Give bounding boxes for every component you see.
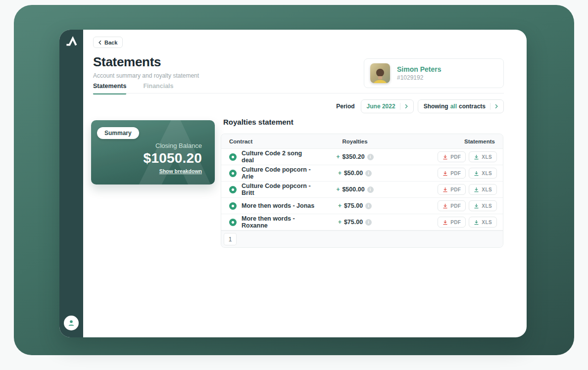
table-header: Contract Royalties Statements (221, 134, 503, 149)
contract-name: Culture Code 2 song deal (242, 150, 315, 164)
brand-logo-icon[interactable] (64, 35, 78, 48)
royalties-statement-title: Royalties statement (223, 118, 294, 126)
user-id: #1029192 (397, 74, 441, 81)
download-icon (474, 154, 479, 160)
download-xls-button[interactable]: XLS (469, 184, 497, 195)
download-xls-button[interactable]: XLS (469, 168, 497, 179)
tab-bar: Statements Financials (93, 83, 174, 94)
download-icon (442, 171, 448, 176)
period-value: June 2022 (367, 103, 395, 110)
table-body: Culture Code 2 song deal + $350.20 PDF (221, 149, 503, 231)
royalty-plus-sign: + (338, 219, 342, 226)
royalty-cell: + $75.00 (315, 202, 394, 209)
statements-cell: PDF XLS (394, 151, 503, 162)
balance-label: Closing Balance (144, 142, 202, 149)
download-icon (474, 203, 479, 209)
royalty-plus-sign: + (338, 170, 342, 177)
statements-cell: PDF XLS (394, 184, 503, 195)
user-name: Simon Peters (397, 65, 441, 73)
button-divider (490, 103, 490, 110)
info-icon[interactable] (365, 219, 372, 226)
sidebar (59, 30, 83, 337)
contract-status-icon (229, 186, 237, 193)
column-statements: Statements (394, 139, 503, 144)
tab-financials[interactable]: Financials (143, 83, 173, 94)
tabs-divider (93, 93, 504, 93)
download-pdf-button[interactable]: PDF (438, 151, 466, 162)
contract-cell: More then words - Roxanne (221, 215, 315, 229)
contract-cell: Culture Code popcorn - Britt (221, 183, 315, 196)
summary-badge: Summary (97, 127, 139, 139)
statements-cell: PDF XLS (394, 217, 503, 228)
profile-button[interactable] (64, 316, 79, 330)
download-pdf-button[interactable]: PDF (438, 168, 466, 179)
person-icon (67, 319, 76, 327)
period-select-button[interactable]: June 2022 (361, 99, 414, 113)
download-icon (442, 203, 448, 209)
closing-balance-block: Closing Balance $1050.20 Show breakdown (144, 142, 202, 175)
contract-cell: More then words - Jonas (221, 202, 315, 210)
show-breakdown-link[interactable]: Show breakdown (159, 168, 202, 174)
royalty-amount: $75.00 (344, 202, 363, 209)
back-chevron-icon (98, 40, 101, 45)
info-icon[interactable] (367, 154, 374, 160)
table-pagination: 1 (221, 231, 503, 247)
column-contract: Contract (221, 139, 315, 144)
user-card: Simon Peters #1029192 (364, 58, 504, 88)
info-icon[interactable] (365, 203, 372, 209)
royalty-plus-sign: + (338, 202, 342, 209)
download-xls-button[interactable]: XLS (469, 200, 497, 211)
royalty-amount: $500.00 (342, 186, 364, 193)
balance-value: $1050.20 (144, 150, 202, 166)
contracts-filter-button[interactable]: Showing all contracts (418, 99, 504, 113)
info-icon[interactable] (367, 186, 374, 193)
royalty-cell: + $350.20 (315, 153, 394, 160)
contract-cell: Culture Code popcorn - Arie (221, 166, 315, 180)
download-icon (474, 220, 479, 225)
tab-statements[interactable]: Statements (93, 83, 126, 94)
download-xls-button[interactable]: XLS (469, 151, 497, 162)
table-row: Culture Code popcorn - Britt + $500.00 P… (221, 182, 503, 198)
download-icon (474, 187, 479, 192)
download-xls-button[interactable]: XLS (469, 217, 497, 228)
contract-name: More then words - Roxanne (242, 215, 315, 229)
download-pdf-button[interactable]: PDF (438, 184, 466, 195)
royalty-cell: + $500.00 (315, 186, 394, 193)
button-divider (400, 103, 400, 110)
royalty-amount: $50.00 (344, 170, 363, 177)
royalty-amount: $350.20 (342, 153, 364, 160)
page-1-button[interactable]: 1 (224, 233, 237, 245)
download-icon (442, 220, 448, 225)
contract-cell: Culture Code 2 song deal (221, 150, 315, 164)
page-title: Statements (93, 54, 161, 70)
summary-card: Summary Closing Balance $1050.20 Show br… (91, 120, 215, 185)
table-row: Culture Code popcorn - Arie + $50.00 PDF (221, 165, 503, 182)
contract-status-icon (229, 170, 237, 177)
contract-status-icon (229, 219, 237, 226)
royalty-plus-sign: + (336, 153, 340, 160)
info-icon[interactable] (365, 170, 372, 177)
chevron-right-icon (495, 104, 498, 109)
page-subtitle: Account summary and royalty statement (93, 72, 199, 79)
table-row: More then words - Roxanne + $75.00 PDF (221, 214, 503, 231)
download-icon (442, 187, 448, 192)
statements-cell: PDF XLS (394, 168, 503, 179)
filter-row: Period June 2022 Showing all contracts (336, 99, 504, 113)
royalty-plus-sign: + (336, 186, 340, 193)
statements-cell: PDF XLS (394, 200, 503, 211)
royalty-amount: $75.00 (344, 219, 363, 226)
back-button[interactable]: Back (93, 37, 123, 48)
contract-name: Culture Code popcorn - Arie (242, 166, 315, 180)
table-row: More then words - Jonas + $75.00 PDF (221, 198, 503, 214)
main-content: Back Statements Account summary and roya… (83, 30, 527, 337)
column-royalties: Royalties (315, 139, 394, 144)
contracts-filter-label: Showing all contracts (424, 103, 486, 110)
download-icon (474, 171, 479, 176)
download-pdf-button[interactable]: PDF (438, 217, 466, 228)
period-label: Period (336, 103, 354, 110)
contract-status-icon (229, 202, 237, 210)
contract-status-icon (229, 153, 237, 161)
contract-name: More then words - Jonas (242, 202, 314, 209)
download-pdf-button[interactable]: PDF (438, 200, 466, 211)
download-icon (442, 154, 448, 160)
